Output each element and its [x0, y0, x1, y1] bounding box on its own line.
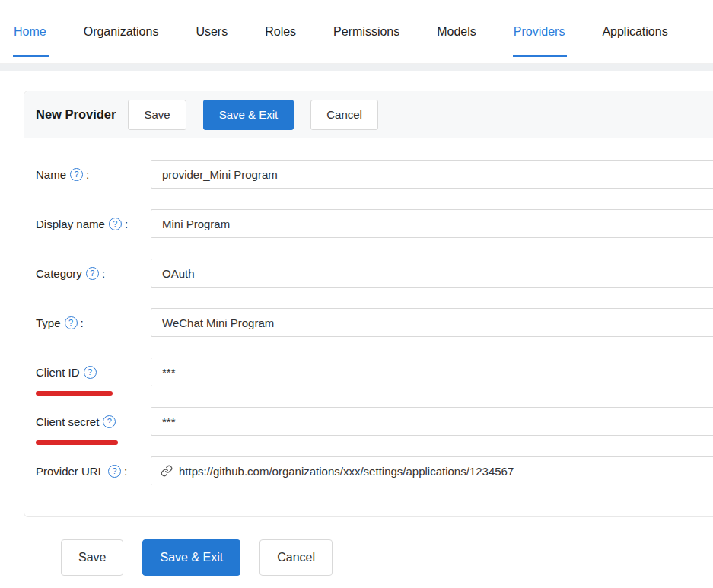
- field-label-text: Category: [36, 267, 82, 280]
- field-label-text: Client secret: [36, 415, 99, 428]
- form-row-display-name: Display name?:: [36, 209, 713, 238]
- label-colon: :: [124, 465, 127, 478]
- field-input-category[interactable]: [151, 259, 713, 288]
- field-label-type: Type?:: [36, 316, 151, 329]
- field-label-category: Category?:: [36, 267, 151, 280]
- form-row-category: Category?:: [36, 259, 713, 288]
- provider-form: Name?:Display name?:Category?:Type?:Clie…: [24, 138, 713, 516]
- field-input-client-id[interactable]: [151, 358, 713, 386]
- nav-item-roles[interactable]: Roles: [265, 0, 296, 63]
- nav-item-organizations[interactable]: Organizations: [84, 0, 159, 63]
- link-icon: [161, 465, 179, 477]
- field-label-text: Display name: [36, 218, 105, 230]
- provider-card-header: New Provider Save Save & Exit Cancel: [24, 91, 713, 138]
- page-title: New Provider: [36, 107, 116, 122]
- help-icon[interactable]: ?: [108, 465, 121, 478]
- field-label-text: Name: [36, 168, 66, 181]
- save-exit-button-bottom[interactable]: Save & Exit: [142, 539, 240, 576]
- top-nav: HomeOrganizationsUsersRolesPermissionsMo…: [0, 0, 713, 64]
- nav-item-applications[interactable]: Applications: [602, 0, 667, 63]
- label-colon: :: [102, 267, 105, 280]
- cancel-button-bottom[interactable]: Cancel: [259, 539, 333, 576]
- help-icon[interactable]: ?: [70, 168, 83, 181]
- form-row-name: Name?:: [36, 160, 713, 189]
- nav-item-home[interactable]: Home: [14, 0, 46, 63]
- field-label-text: Provider URL: [36, 465, 104, 478]
- help-icon[interactable]: ?: [109, 218, 122, 230]
- field-input-client-secret[interactable]: [151, 407, 713, 436]
- form-row-provider-url: Provider URL?:: [36, 456, 713, 485]
- form-row-client-id: Client ID?: [36, 358, 713, 386]
- footer-actions: Save Save & Exit Cancel: [61, 539, 713, 576]
- label-colon: :: [86, 168, 89, 181]
- field-label-text: Type: [36, 316, 61, 329]
- field-input-provider-url[interactable]: [179, 457, 713, 485]
- label-colon: :: [81, 316, 84, 329]
- provider-card: New Provider Save Save & Exit Cancel Nam…: [24, 91, 713, 517]
- field-label-provider-url: Provider URL?:: [36, 465, 151, 478]
- field-label-client-id: Client ID?: [36, 366, 151, 379]
- nav-item-users[interactable]: Users: [196, 0, 228, 63]
- field-input-wrap-provider-url: [151, 456, 713, 485]
- help-icon[interactable]: ?: [103, 415, 116, 428]
- nav-item-providers[interactable]: Providers: [514, 0, 565, 63]
- field-input-name[interactable]: [151, 160, 713, 189]
- nav-item-models[interactable]: Models: [437, 0, 476, 63]
- red-marker-underline: [36, 391, 113, 396]
- help-icon[interactable]: ?: [65, 316, 78, 329]
- field-label-client-secret: Client secret?: [36, 415, 151, 428]
- red-marker-underline: [36, 440, 118, 445]
- field-label-name: Name?:: [36, 168, 151, 181]
- help-icon[interactable]: ?: [84, 366, 97, 379]
- nav-item-permissions[interactable]: Permissions: [333, 0, 399, 63]
- page-divider: [0, 64, 713, 71]
- help-icon[interactable]: ?: [86, 267, 99, 280]
- label-colon: :: [125, 218, 128, 230]
- save-button[interactable]: Save: [128, 100, 186, 130]
- cancel-button[interactable]: Cancel: [310, 100, 378, 130]
- field-input-display-name[interactable]: [151, 209, 713, 238]
- form-row-client-secret: Client secret?: [36, 407, 713, 436]
- field-label-display-name: Display name?:: [36, 218, 151, 230]
- form-row-type: Type?:: [36, 308, 713, 337]
- save-button-bottom[interactable]: Save: [61, 539, 123, 576]
- field-input-type[interactable]: [151, 308, 713, 337]
- field-label-text: Client ID: [36, 366, 80, 379]
- save-exit-button[interactable]: Save & Exit: [203, 100, 294, 130]
